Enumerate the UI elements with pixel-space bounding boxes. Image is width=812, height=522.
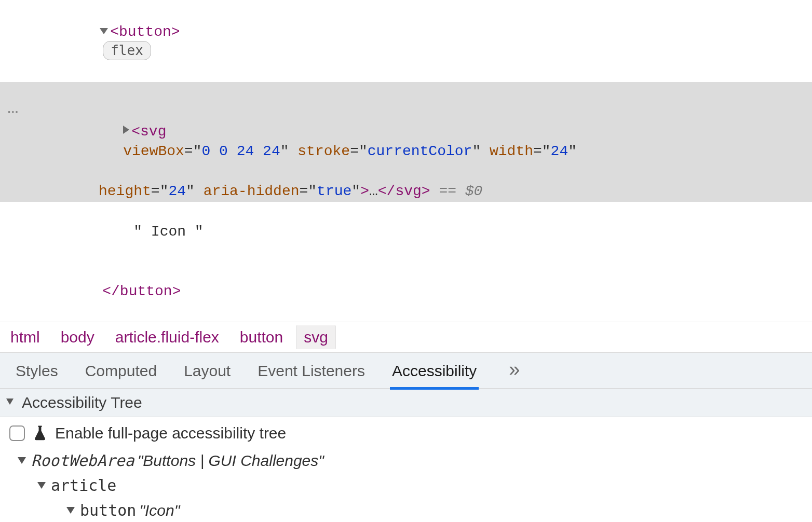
ax-node-rootwebarea[interactable]: RootWebArea "Buttons | GUI Challenges" <box>8 448 804 473</box>
tab-accessibility[interactable]: Accessibility <box>392 362 477 380</box>
attr-name: aria-hidden <box>204 183 300 199</box>
attr-value: 0 0 24 24 <box>201 143 280 159</box>
attr-name: stroke <box>297 143 350 159</box>
elements-dom-tree[interactable]: <button> flex … <svg viewBox="0 0 24 24"… <box>0 0 812 322</box>
attr-name: height <box>99 183 151 199</box>
ax-node-button[interactable]: button "Icon" <box>8 498 804 522</box>
breadcrumb[interactable]: html body article.fluid-flex button svg <box>0 322 812 353</box>
chevron-down-icon <box>18 457 26 464</box>
enable-full-page-tree-label: Enable full-page accessibility tree <box>55 424 286 442</box>
tab-styles[interactable]: Styles <box>16 362 58 380</box>
tag-name: button <box>120 283 172 299</box>
attr-value: 24 <box>168 183 186 199</box>
breadcrumb-item[interactable]: button <box>240 328 283 346</box>
tab-layout[interactable]: Layout <box>184 362 231 380</box>
text-node: " Icon " <box>133 224 203 240</box>
accessibility-tree[interactable]: RootWebArea "Buttons | GUI Challenges" a… <box>8 448 804 522</box>
attr-value: true <box>317 183 351 199</box>
dom-node-svg[interactable]: … <svg viewBox="0 0 24 24" stroke="curre… <box>0 82 812 181</box>
attr-value: 24 <box>551 143 569 159</box>
tag-name: svg <box>140 123 166 140</box>
tab-computed[interactable]: Computed <box>85 362 157 380</box>
ax-name: "Icon" <box>139 498 180 522</box>
breadcrumb-item[interactable]: html <box>10 328 40 346</box>
dom-node-svg-line2[interactable]: height="24" aria-hidden="true">…</svg> =… <box>0 181 812 202</box>
dom-text-node[interactable]: " Icon " <box>0 202 812 262</box>
chevron-right-icon <box>123 126 129 134</box>
ax-role: RootWebArea <box>31 448 134 473</box>
dom-node-button-open[interactable]: <button> flex <box>0 2 812 82</box>
section-accessibility-tree-header[interactable]: Accessibility Tree <box>0 389 812 417</box>
tag-name: button <box>119 24 171 40</box>
chevron-down-icon <box>6 399 13 405</box>
breadcrumb-item-current[interactable]: svg <box>296 325 335 349</box>
tab-event-listeners[interactable]: Event Listeners <box>258 362 365 380</box>
chevron-down-icon <box>100 28 108 34</box>
breadcrumb-item[interactable]: article.fluid-flex <box>115 328 219 346</box>
section-accessibility-tree-body: Enable full-page accessibility tree Root… <box>0 417 812 522</box>
ax-role: button <box>80 498 136 522</box>
dom-node-button-close[interactable]: </button> <box>0 262 812 321</box>
ax-role: article <box>51 473 116 498</box>
sidebar-tabs[interactable]: Styles Computed Layout Event Listeners A… <box>0 353 812 389</box>
ax-name: "Buttons | GUI Challenges" <box>138 448 324 473</box>
checkbox-enable-full-page-tree[interactable] <box>9 425 25 441</box>
tag-name: svg <box>395 183 421 199</box>
flex-badge[interactable]: flex <box>103 41 151 60</box>
ellipsis-node[interactable]: … <box>369 183 378 199</box>
chevron-down-icon <box>37 482 46 489</box>
console-ref: == $0 <box>430 183 483 199</box>
enable-full-page-tree-row[interactable]: Enable full-page accessibility tree <box>8 422 804 448</box>
attr-name: viewBox <box>123 143 184 159</box>
ellipsis-icon[interactable]: … <box>7 102 18 115</box>
attr-name: width <box>490 143 533 159</box>
section-title: Accessibility Tree <box>22 394 142 411</box>
attr-value: currentColor <box>368 143 472 159</box>
breadcrumb-item[interactable]: body <box>61 328 94 346</box>
flask-icon <box>32 424 48 442</box>
chevron-down-icon <box>66 507 75 514</box>
ax-node-article[interactable]: article <box>8 473 804 498</box>
